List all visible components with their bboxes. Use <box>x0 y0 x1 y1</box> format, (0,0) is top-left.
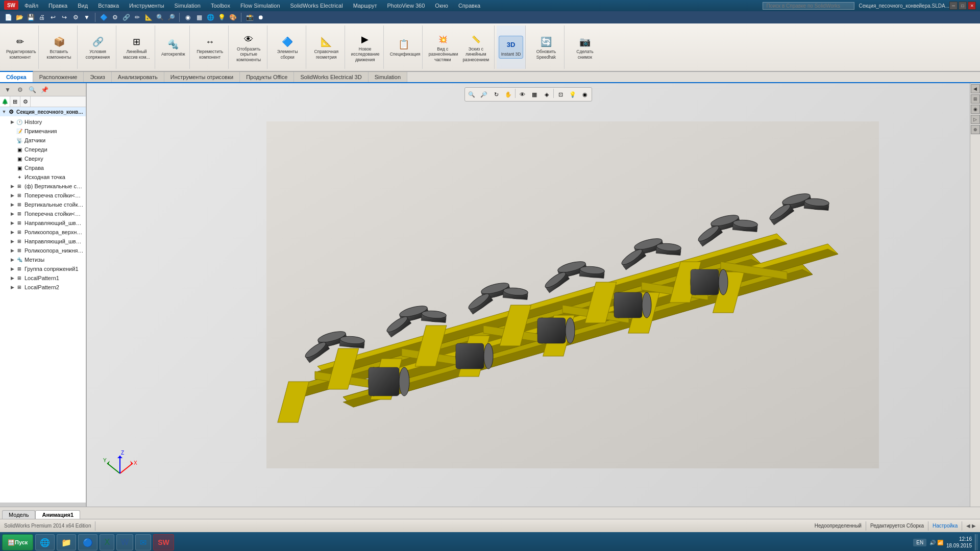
panel-tab-tree[interactable]: 🌲 <box>0 96 10 107</box>
spec-btn[interactable]: 📋 Спецификация <box>388 36 420 58</box>
edit-component-btn[interactable]: ✏ Редактировать компонент <box>4 34 36 60</box>
panel-tb-btn3[interactable]: 🔍 <box>27 84 38 95</box>
mates-expand[interactable]: ▶ <box>9 266 15 272</box>
explode-line-btn[interactable]: 📏 Эскиз с линейным разнесением <box>460 31 492 63</box>
help-search[interactable] <box>763 2 854 10</box>
tree-root[interactable]: ▼ ⚙ Секция_песочного_конвейера (По у... <box>0 107 86 116</box>
lp1-expand[interactable]: ▶ <box>9 275 15 281</box>
qa-more6[interactable]: 🔍 <box>155 12 165 22</box>
qa-more3[interactable]: 🔗 <box>121 12 131 22</box>
qa-new[interactable]: 📄 <box>3 12 13 22</box>
vp-view-orient[interactable]: 👁 <box>517 89 528 100</box>
menu-edit[interactable]: Правка <box>46 2 69 10</box>
tree-item-right[interactable]: ▶ ▣ Справа <box>1 163 85 172</box>
tree-item-front[interactable]: ▶ ▣ Спереди <box>1 145 85 154</box>
instant3d-btn[interactable]: 3D Instant 3D <box>499 36 524 58</box>
qa-save[interactable]: 💾 <box>26 12 36 22</box>
panel-tb-btn1[interactable]: ▼ <box>2 84 13 95</box>
tab-simulation[interactable]: Simulation <box>369 72 407 82</box>
tree-item-origin[interactable]: ▶ ✦ Исходная точка <box>1 172 85 182</box>
roller-top-expand[interactable]: ▶ <box>9 229 15 235</box>
start-button[interactable]: 🪟 Пуск <box>2 534 33 550</box>
vp-zoom-in[interactable]: 🔍 <box>466 89 477 100</box>
lp2-expand[interactable]: ▶ <box>9 284 15 290</box>
menu-photoview[interactable]: PhotoView 360 <box>385 2 427 10</box>
menu-sw-elec[interactable]: SolidWorks Electrical <box>288 2 345 10</box>
tree-item-top[interactable]: ▶ ▣ Сверху <box>1 154 85 163</box>
history-expand[interactable]: ▶ <box>9 119 15 125</box>
panel-tab-config[interactable]: ⚙ <box>20 96 31 107</box>
motion-btn[interactable]: ▶ Новое исследование движения <box>349 31 381 63</box>
tree-item-lp1[interactable]: ▶ ⊞ LocalPattern1 <box>1 273 85 283</box>
tree-item-roller-bot[interactable]: ▶ ⊞ Роликоопора_нижняя<1> (По у... <box>1 246 85 255</box>
viewport[interactable]: 🔍 🔎 ↻ ✋ 👁 ▦ ◈ ⊡ 💡 ◉ <box>87 83 970 507</box>
tab-sw-elec[interactable]: SolidWorks Electrical 3D <box>294 72 368 82</box>
status-settings[interactable]: Настройка <box>933 523 958 529</box>
tree-item-vert1[interactable]: ▶ ⊞ (ф) Вертикальные стойки<1> (По... <box>1 182 85 191</box>
cross1-expand[interactable]: ▶ <box>9 192 15 198</box>
menu-simulation[interactable]: Simulation <box>173 2 203 10</box>
vp-rotate[interactable]: ↻ <box>491 89 502 100</box>
menu-toolbox[interactable]: Toolbox <box>209 2 232 10</box>
show-desktop[interactable] <box>975 534 978 550</box>
qa-redo[interactable]: ↪ <box>59 12 69 22</box>
qa-more1[interactable]: 🔷 <box>99 12 109 22</box>
qa-options[interactable]: ▼ <box>82 12 92 22</box>
restore-button[interactable]: □ <box>959 2 967 10</box>
qa-view3[interactable]: 🌐 <box>205 12 215 22</box>
vp-lights[interactable]: 💡 <box>567 89 578 100</box>
tab-analyze[interactable]: Анализировать <box>112 72 164 82</box>
vp-section[interactable]: ⊡ <box>555 89 566 100</box>
guide2-expand[interactable]: ▶ <box>9 238 15 244</box>
tree-item-cross1[interactable]: ▶ ⊞ Поперечна стойки<1> (По умол... <box>1 191 85 200</box>
qa-open[interactable]: 📂 <box>14 12 24 22</box>
autocrep-btn[interactable]: 🔩 Автокрепёж <box>159 36 187 58</box>
minimize-button[interactable]: ─ <box>949 2 958 10</box>
linear-pattern-btn[interactable]: ⊞ Линейный массив ком... <box>120 34 153 60</box>
tab-office[interactable]: Продукты Office <box>240 72 294 82</box>
tab-animation[interactable]: Анимация1 <box>35 510 80 519</box>
view-explode-btn[interactable]: 💥 Вид с разнесёнными частями <box>427 31 459 63</box>
cross2-expand[interactable]: ▶ <box>9 211 15 217</box>
qa-more5[interactable]: 📐 <box>143 12 154 22</box>
ref-geom-btn[interactable]: 📐 Справочная геометрия <box>310 34 342 60</box>
vert1-expand[interactable]: ▶ <box>9 183 15 189</box>
tree-item-sensors[interactable]: ▶ 📡 Датчики <box>1 136 85 145</box>
vp-display-style[interactable]: ◈ <box>541 89 552 100</box>
update-btn[interactable]: 🔄 Обновить Speedhak <box>530 34 562 60</box>
lang-indicator[interactable]: EN <box>913 539 926 546</box>
rp-btn1[interactable]: ◀ <box>971 84 980 93</box>
panel-tb-btn2[interactable]: ⚙ <box>14 84 26 95</box>
vp-zoom-out[interactable]: 🔎 <box>478 89 489 100</box>
taskbar-sw[interactable]: SW <box>153 534 174 550</box>
qa-snap[interactable]: 📸 <box>244 12 255 22</box>
menu-help[interactable]: Справка <box>456 2 482 10</box>
assembly-elems-btn[interactable]: 🔷 Элементы сборки <box>272 34 304 60</box>
panel-tab-properties[interactable]: ⊞ <box>10 96 20 107</box>
taskbar-chrome[interactable]: 🔵 <box>78 534 97 550</box>
status-expand[interactable]: ◀ ▶ <box>966 523 976 529</box>
taskbar-ie[interactable]: 🌐 <box>35 534 55 550</box>
tree-item-notes[interactable]: ▶ 📝 Примечания <box>1 127 85 136</box>
roller-bot-expand[interactable]: ▶ <box>9 247 15 254</box>
tree-item-history[interactable]: ▶ 🕐 History <box>1 117 85 127</box>
show-hidden-btn[interactable]: 👁 Отобразить скрытые компоненты <box>233 31 265 63</box>
tree-item-guide1[interactable]: ▶ ⊞ Направляющий_швелер_№16_12... <box>1 218 85 228</box>
qa-record[interactable]: ⏺ <box>256 12 266 22</box>
taskbar-excel[interactable]: X <box>100 534 114 550</box>
tree-item-vert2[interactable]: ▶ ⊞ Вертикальные стойки<2> (По у... <box>1 200 85 209</box>
menu-tools[interactable]: Инструменты <box>127 2 166 10</box>
vert2-expand[interactable]: ▶ <box>9 202 15 208</box>
qa-rebuild[interactable]: ⚙ <box>70 12 81 22</box>
menu-route[interactable]: Маршрут <box>351 2 379 10</box>
vp-pan[interactable]: ✋ <box>503 89 514 100</box>
taskbar-word[interactable]: W <box>116 534 133 550</box>
panel-tb-btn4[interactable]: 📌 <box>39 84 50 95</box>
mate-btn[interactable]: 🔗 Условия сопряжения <box>82 34 114 60</box>
tree-item-lp2[interactable]: ▶ ⊞ LocalPattern2 <box>1 283 85 292</box>
tree-item-roller-top[interactable]: ▶ ⊞ Роликоопора_верхняя<1> (По у... <box>1 228 85 237</box>
qa-more2[interactable]: ⚙ <box>110 12 120 22</box>
tab-layout[interactable]: Расположение <box>33 72 84 82</box>
tab-model[interactable]: Модель <box>2 510 35 519</box>
qa-print[interactable]: 🖨 <box>37 12 47 22</box>
